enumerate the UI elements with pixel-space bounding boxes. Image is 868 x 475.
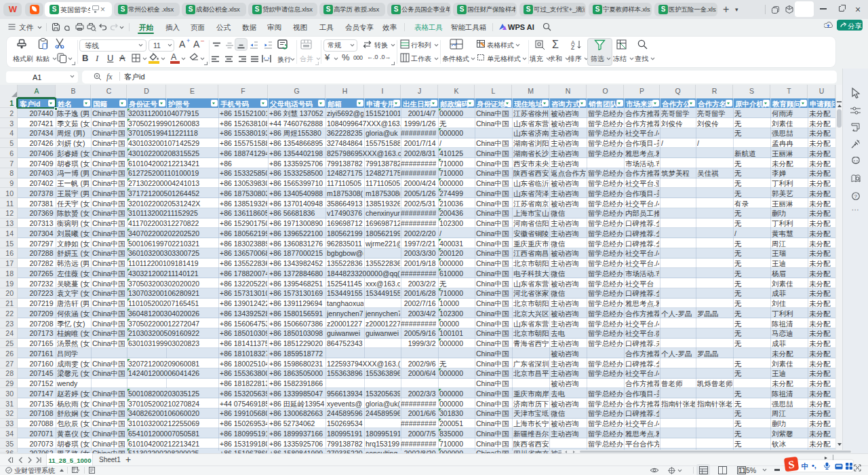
svg-text:Z: Z xyxy=(571,44,574,50)
svg-text:?: ? xyxy=(854,193,858,200)
